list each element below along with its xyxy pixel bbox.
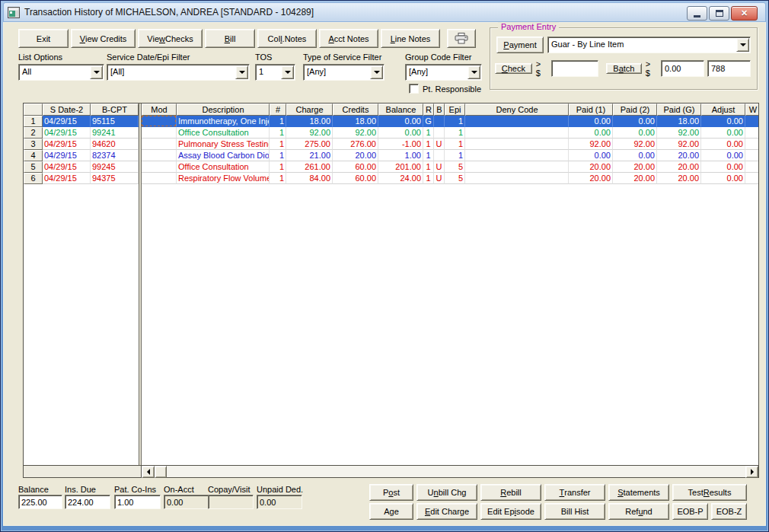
combo-dropdown-button[interactable] xyxy=(281,65,294,79)
payer-mode-combobox[interactable]: Guar - By Line Item xyxy=(547,37,751,53)
coll-notes-button[interactable]: Coll.Notes xyxy=(257,29,317,48)
cell-b-cpt: 94620 xyxy=(91,139,139,150)
batch-amount-input[interactable] xyxy=(661,60,704,77)
test-results-button[interactable]: Test Results xyxy=(672,484,747,501)
print-button[interactable] xyxy=(447,29,476,48)
cell-balance: 24.00 xyxy=(378,173,423,184)
pt-responsible-checkbox[interactable] xyxy=(409,84,419,94)
bill-button[interactable]: Bill xyxy=(205,29,255,48)
cell-mod xyxy=(142,173,177,184)
check-amount-input[interactable] xyxy=(551,60,598,77)
combo-dropdown-button[interactable] xyxy=(370,65,383,79)
app-icon xyxy=(8,7,20,18)
column-header xyxy=(24,104,43,116)
column-header: W xyxy=(745,104,758,116)
eob-z-button[interactable]: EOB-Z xyxy=(711,503,747,520)
bill-hist-button[interactable]: Bill Hist xyxy=(544,503,605,520)
statements-button[interactable]: Statements xyxy=(608,484,669,501)
table-row[interactable]: Assay Blood Carbon Dioxide121.0020.001.0… xyxy=(142,150,758,161)
post-button[interactable]: Post xyxy=(369,484,413,501)
cell-paidg: 18.00 xyxy=(657,116,701,127)
type-of-service-filter: Type of Service Filter [Any] xyxy=(303,53,384,81)
table-row[interactable]: 404/29/1582374 xyxy=(24,150,139,161)
row-number-button[interactable]: 2 xyxy=(24,127,43,139)
scrollbar-thumb[interactable] xyxy=(155,466,167,478)
combo-dropdown-button[interactable] xyxy=(736,38,749,52)
service-date-combobox[interactable]: [All] xyxy=(107,64,250,81)
copay-visit-label: Copay/Visit xyxy=(208,485,250,494)
maximize-button[interactable] xyxy=(709,6,729,21)
list-options-combobox[interactable]: All xyxy=(18,64,104,81)
row-number-button[interactable]: 6 xyxy=(24,173,43,184)
edit-episode-button[interactable]: Edit Episode xyxy=(480,503,541,520)
group-code-combobox[interactable]: [Any] xyxy=(405,64,482,81)
minimize-button[interactable] xyxy=(687,6,707,21)
balance-field[interactable] xyxy=(18,495,62,509)
column-header: R xyxy=(423,104,434,116)
type-of-service-label: Type of Service Filter xyxy=(303,53,384,62)
column-header: Balance xyxy=(378,104,423,116)
list-options-filter: List Options All xyxy=(18,53,104,81)
cell-balance: -1.00 xyxy=(378,139,423,150)
tos-combobox[interactable]: 1 xyxy=(255,64,295,81)
combo-dropdown-button[interactable] xyxy=(90,65,103,79)
table-row[interactable]: Office Consultation192.0092.000.00110.00… xyxy=(142,127,758,139)
acct-notes-button[interactable]: Acct Notes xyxy=(319,29,378,48)
table-row[interactable]: Respiratory Flow Volume Loop184.0060.002… xyxy=(142,173,758,184)
refund-button[interactable]: Refund xyxy=(608,503,669,520)
table-row[interactable]: 604/29/1594375 xyxy=(24,173,139,184)
table-row[interactable]: 504/29/1599245 xyxy=(24,161,139,173)
view-checks-button[interactable]: View Checks xyxy=(138,29,203,48)
cell-qty: 1 xyxy=(270,161,286,173)
scroll-right-button[interactable] xyxy=(745,466,758,478)
edit-charge-button[interactable]: Edit Charge xyxy=(416,503,477,520)
transfer-button[interactable]: Transfer xyxy=(544,484,605,501)
type-of-service-combobox[interactable]: [Any] xyxy=(303,64,384,81)
combo-dropdown-button[interactable] xyxy=(235,65,248,79)
scroll-left-button[interactable] xyxy=(142,466,155,478)
cell-paid1: 0.00 xyxy=(569,116,613,127)
pat-co-ins-field[interactable] xyxy=(114,495,161,509)
table-row[interactable]: 204/29/1599241 xyxy=(24,127,139,139)
horizontal-scrollbar[interactable] xyxy=(142,466,758,477)
view-credits-button[interactable]: View Credits xyxy=(71,29,136,48)
row-number-button[interactable]: 3 xyxy=(24,139,43,150)
batch-button[interactable]: Batch xyxy=(606,63,642,74)
unbill-chg-button[interactable]: Unbill Chg xyxy=(416,484,477,501)
table-row[interactable]: 104/29/1595115 xyxy=(24,116,139,127)
age-button[interactable]: Age xyxy=(369,503,413,520)
grid-header-row: S Date-2B-CPT xyxy=(24,104,139,116)
group-code-filter: Group Code Filter [Any] xyxy=(405,53,482,81)
cell-paidg: 20.00 xyxy=(657,161,701,173)
table-row[interactable]: Pulmonary Stress Testing1275.00276.00-1.… xyxy=(142,139,758,150)
cell-qty: 1 xyxy=(270,116,286,127)
table-row[interactable]: Office Consultation1261.0060.00201.001U5… xyxy=(142,161,758,173)
line-notes-button[interactable]: Line Notes xyxy=(381,29,440,48)
row-number-button[interactable]: 5 xyxy=(24,161,43,173)
cell-mod xyxy=(142,161,177,173)
ins-due-field[interactable] xyxy=(65,495,110,509)
cell-epi: 1 xyxy=(445,150,465,161)
cell-deny-code xyxy=(465,173,569,184)
cell-b: U xyxy=(434,173,445,184)
exit-button[interactable]: Exit xyxy=(18,29,69,48)
table-row[interactable]: Immunotherapy, One Injection118.0018.000… xyxy=(142,116,758,127)
table-row[interactable]: 304/29/1594620 xyxy=(24,139,139,150)
check-button[interactable]: Check xyxy=(495,63,532,74)
grid-header-row: ModDescription#ChargeCreditsBalanceRBEpi… xyxy=(142,104,758,116)
group-code-value: [Any] xyxy=(409,67,428,76)
cell-s-date: 04/29/15 xyxy=(43,161,91,173)
row-number-button[interactable]: 1 xyxy=(24,116,43,127)
cell-paidg: 92.00 xyxy=(657,139,701,150)
row-number-button[interactable]: 4 xyxy=(24,150,43,161)
batch-number-input[interactable] xyxy=(707,60,751,77)
column-header: Paid (2) xyxy=(613,104,657,116)
chevron-down-icon xyxy=(740,43,746,46)
combo-dropdown-button[interactable] xyxy=(467,65,480,79)
scroll-left-icon xyxy=(147,469,150,475)
on-acct-label: On-Acct xyxy=(164,485,194,494)
eob-p-button[interactable]: EOB-P xyxy=(672,503,708,520)
rebill-button[interactable]: Rebill xyxy=(480,484,541,501)
close-button[interactable]: ✕ xyxy=(731,6,758,21)
payment-button[interactable]: Payment xyxy=(496,37,544,53)
